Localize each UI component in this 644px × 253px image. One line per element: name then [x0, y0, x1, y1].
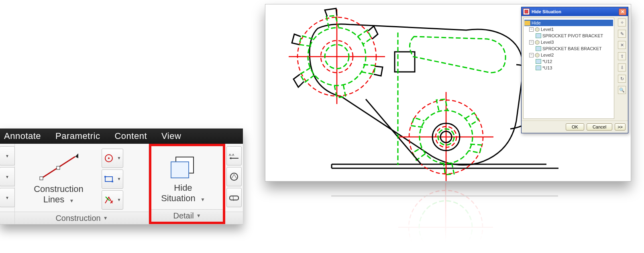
edit-button[interactable]: ✎	[618, 30, 626, 38]
detail-view-button[interactable]	[226, 167, 242, 186]
circle-center-button[interactable]: ▼	[102, 149, 123, 168]
svg-marker-40	[535, 40, 539, 45]
trace-contour-button[interactable]: ▼	[102, 190, 123, 210]
panel-construction: Construction Lines ▼ ▼ ▼	[15, 144, 149, 224]
hide-tree[interactable]: Hide − Level1 SPROCKET PIVOT BRACKET	[523, 18, 614, 119]
tree-item-label: SPROCKET BASE BRACKET	[542, 46, 602, 51]
hide-situation-button[interactable]: Hide Situation ▼	[153, 153, 213, 205]
canvas-reflection	[265, 183, 630, 243]
tree-item[interactable]: *U12	[536, 58, 613, 65]
svg-line-36	[366, 99, 421, 164]
trace-contour-icon	[104, 195, 114, 205]
chevron-down-icon: ▼	[69, 198, 74, 204]
part-icon	[536, 46, 541, 51]
svg-rect-7	[104, 176, 106, 178]
tab-view[interactable]: View	[157, 131, 192, 141]
hide-situation-dialog: Hide Situation ✕ Hide −	[521, 7, 628, 133]
hide-situation-label-1: Hide	[174, 183, 192, 193]
panel-detail-title-text: Detail	[173, 211, 194, 220]
cube-icon	[535, 40, 540, 45]
svg-rect-3	[57, 166, 60, 169]
cycle-icon: ↻	[620, 76, 624, 82]
tree-item-label: SPROCKET PIVOT BRACKET	[542, 33, 603, 38]
rectangle-icon	[104, 174, 114, 184]
svg-marker-1	[75, 153, 78, 158]
tree-level[interactable]: − Level3	[529, 39, 613, 45]
hide-situation-icon	[168, 155, 198, 181]
tree-item[interactable]: SPROCKET BASE BRACKET	[536, 45, 613, 52]
svg-text:A-A: A-A	[229, 153, 234, 157]
svg-marker-41	[535, 53, 539, 57]
ribbon-snippet: Annotate Parametric Content View ▼ ▼ ▼	[0, 129, 243, 224]
dialog-footer: OK Cancel >>	[522, 120, 628, 133]
zoom-button[interactable]: 🔍	[618, 86, 626, 94]
chevron-down-icon: ▼	[200, 197, 205, 202]
tree-level-label: Level3	[541, 40, 554, 45]
break-view-icon	[229, 194, 239, 202]
break-view-button[interactable]	[226, 188, 242, 207]
detail-view-icon	[229, 172, 239, 182]
close-button[interactable]: ✕	[619, 8, 626, 15]
tree-level-label: Level1	[541, 27, 554, 32]
more-button[interactable]: >>	[615, 123, 626, 131]
leading-dropdown-3[interactable]: ▼	[0, 188, 15, 207]
move-down-icon: ⇩	[620, 65, 624, 70]
panel-construction-title[interactable]: Construction ▼	[15, 212, 149, 224]
tree-root[interactable]: Hide	[524, 20, 613, 26]
construction-lines-label-1: Construction	[34, 184, 84, 194]
panel-trailing-partial: A-A	[225, 144, 243, 224]
cube-icon	[535, 27, 540, 32]
cycle-button[interactable]: ↻	[618, 75, 626, 83]
folder-icon	[524, 20, 530, 26]
ribbon-tab-strip: Annotate Parametric Content View	[0, 129, 243, 144]
tree-item[interactable]: SPROCKET PIVOT BRACKET	[536, 33, 613, 39]
collapse-icon[interactable]: −	[529, 53, 534, 57]
part-icon	[536, 65, 541, 70]
svg-rect-8	[112, 181, 113, 182]
new-button[interactable]: ✧	[618, 18, 626, 27]
part-icon	[536, 59, 541, 64]
drawing-canvas[interactable]: Hide Situation ✕ Hide −	[265, 4, 631, 182]
delete-icon: ✕	[620, 43, 624, 48]
tab-parametric[interactable]: Parametric	[51, 131, 110, 141]
tree-level[interactable]: − Level2	[529, 52, 613, 58]
move-up-button[interactable]: ⇧	[618, 52, 626, 60]
section-line-button[interactable]: A-A	[226, 146, 242, 165]
collapse-icon[interactable]: −	[529, 27, 534, 32]
delete-button[interactable]: ✕	[618, 41, 626, 49]
construction-lines-button[interactable]: Construction Lines ▼	[16, 152, 101, 206]
leading-dropdown-2[interactable]: ▼	[0, 167, 15, 186]
hide-situation-label-2: Situation	[161, 193, 196, 203]
tree-level[interactable]: − Level1	[529, 26, 613, 33]
dialog-sidebar: ✧ ✎ ✕ ⇧ ⇩ ↻ 🔍	[616, 16, 628, 120]
collapse-icon[interactable]: −	[529, 40, 534, 45]
panel-detail: Hide Situation ▼ Detail ▼	[149, 144, 225, 224]
tab-content[interactable]: Content	[110, 131, 157, 141]
zoom-icon: 🔍	[619, 88, 625, 93]
panel-detail-title[interactable]: Detail ▼	[151, 209, 223, 222]
ribbon-body: ▼ ▼ ▼ C	[0, 144, 243, 224]
ok-button[interactable]: OK	[566, 123, 584, 131]
section-line-icon: A-A	[229, 152, 239, 160]
svg-marker-39	[535, 27, 539, 32]
rectangle-button[interactable]: ▼	[102, 169, 123, 189]
move-down-button[interactable]: ⇩	[618, 63, 626, 71]
cube-icon	[535, 53, 540, 57]
tree-item[interactable]: *U13	[536, 65, 613, 71]
drawing-window: Hide Situation ✕ Hide −	[265, 4, 630, 243]
dialog-title-text: Hide Situation	[532, 9, 561, 14]
chevron-down-icon: ▼	[103, 215, 108, 221]
dialog-titlebar[interactable]: Hide Situation ✕	[522, 7, 628, 16]
svg-point-5	[108, 157, 110, 159]
chevron-down-icon: ▼	[196, 213, 201, 218]
cancel-button[interactable]: Cancel	[587, 123, 612, 131]
tree-level-label: Level2	[541, 53, 554, 57]
new-icon: ✧	[620, 20, 624, 25]
construction-line-icon	[37, 153, 81, 182]
svg-rect-12	[171, 162, 189, 178]
part-icon	[536, 33, 541, 38]
construction-lines-label-2: Lines	[43, 194, 65, 204]
tab-annotate[interactable]: Annotate	[0, 131, 51, 141]
move-up-icon: ⇧	[620, 54, 624, 59]
leading-dropdown-1[interactable]: ▼	[0, 146, 15, 165]
